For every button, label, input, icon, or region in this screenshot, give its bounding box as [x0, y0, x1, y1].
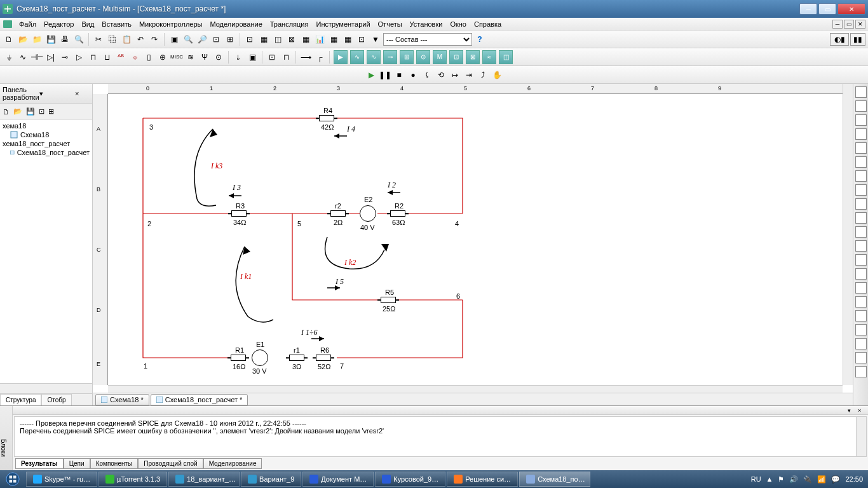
menu-tools[interactable]: Инструментарий: [312, 19, 374, 29]
mdi-close[interactable]: ✕: [855, 20, 865, 29]
cmp-conn[interactable]: ⊙: [212, 51, 225, 64]
place-junction[interactable]: ┌: [313, 51, 326, 64]
print-button[interactable]: 🖶: [58, 33, 71, 46]
tray-icon[interactable]: 🔌: [803, 475, 812, 484]
comp-R1[interactable]: [231, 355, 246, 361]
inst-4chscope[interactable]: [855, 142, 867, 154]
log-vscroll[interactable]: [856, 417, 866, 456]
probe-o[interactable]: ⊙: [416, 50, 430, 64]
place-text[interactable]: ⟶: [299, 51, 312, 64]
inst-freq[interactable]: [855, 170, 867, 182]
cmp-transistor[interactable]: ⊸: [58, 51, 71, 64]
cmp-mixer[interactable]: ⟐: [128, 51, 141, 64]
probe-y[interactable]: ≈: [482, 50, 496, 64]
comp-R4[interactable]: [319, 115, 334, 121]
tb-icon10[interactable]: ▼: [369, 33, 382, 46]
inst-multimeter[interactable]: [855, 86, 867, 98]
preview-button[interactable]: 🔍: [72, 33, 85, 46]
sim-step3[interactable]: ↦: [449, 69, 461, 81]
pt-open[interactable]: 📂: [13, 107, 22, 116]
cmp-group[interactable]: ▣: [246, 51, 259, 64]
schematic-canvas[interactable]: R4 42Ω R3 34Ω r2 2Ω E2 40 V R2 63Ω R5 25…: [108, 94, 843, 385]
open2-button[interactable]: 📁: [31, 33, 43, 46]
tb-icon7[interactable]: ▦: [327, 33, 340, 46]
sim-settings[interactable]: ✋: [491, 69, 503, 81]
minimize-button[interactable]: ─: [799, 3, 817, 15]
sim-step4[interactable]: ⇥: [463, 69, 475, 81]
design-tree[interactable]: хема18 Схема18 хема18_пост_расчет Схема1…: [0, 120, 92, 383]
menu-file[interactable]: Файл: [15, 19, 40, 29]
zoomfit-button[interactable]: ⊡: [210, 33, 222, 46]
mdi-restore[interactable]: ▭: [844, 20, 854, 29]
tray-icon[interactable]: ▲: [766, 475, 773, 483]
maximize-button[interactable]: ▭: [818, 3, 836, 15]
pt-new[interactable]: 🗋: [3, 108, 10, 116]
tb-icon2[interactable]: ▦: [257, 33, 270, 46]
cmp-cap[interactable]: ⊣⊢: [31, 51, 43, 64]
comp-r1[interactable]: [289, 355, 304, 361]
cmp-cmos[interactable]: ⊔: [100, 51, 113, 64]
tray-icon[interactable]: 🔊: [789, 475, 798, 484]
taskbar-item[interactable]: Вариант_9: [241, 471, 301, 487]
tb-icon1[interactable]: ⊡: [243, 33, 256, 46]
cmp-resistor[interactable]: ∿: [17, 51, 29, 64]
sim-step2[interactable]: ⟲: [435, 69, 447, 81]
zoomout-button[interactable]: 🔎: [196, 33, 208, 46]
menu-simulation[interactable]: Моделирование: [206, 19, 266, 29]
inst-net[interactable]: [855, 268, 867, 280]
menu-help[interactable]: Справка: [470, 19, 505, 29]
taskbar-item[interactable]: Решение си…: [447, 471, 518, 487]
inst-wordgen[interactable]: [855, 184, 867, 196]
zoomarea-button[interactable]: ⊞: [224, 33, 236, 46]
hier1[interactable]: ⊡: [266, 51, 278, 64]
probe-m[interactable]: M: [433, 50, 447, 64]
taskbar-item[interactable]: 18_вариант_…: [168, 471, 240, 487]
status-combo[interactable]: --- Состав ---: [383, 33, 472, 46]
pt-x2[interactable]: ⊞: [48, 107, 54, 116]
inst-agmm[interactable]: [855, 310, 867, 322]
doc-tab-1[interactable]: Схема18 *: [95, 394, 149, 405]
probe-v[interactable]: ∿: [367, 50, 381, 64]
copy-button[interactable]: ⿻: [106, 33, 119, 46]
tb-icon3[interactable]: ◫: [271, 33, 284, 46]
menu-view[interactable]: Вид: [78, 19, 98, 29]
hier2[interactable]: ⊓: [280, 51, 292, 64]
paste-button[interactable]: 📋: [120, 33, 133, 46]
probe-z[interactable]: ◫: [499, 50, 513, 64]
inst-agfg[interactable]: [855, 296, 867, 308]
cut-button[interactable]: ✂: [92, 33, 105, 46]
otab-nets[interactable]: Цепи: [64, 458, 90, 469]
sim-pause[interactable]: ❚❚: [379, 69, 391, 81]
sim-play[interactable]: ▶: [365, 69, 377, 81]
menu-reports[interactable]: Отчеты: [374, 19, 406, 29]
inst-probe[interactable]: [855, 366, 867, 377]
menu-window[interactable]: Окно: [446, 19, 470, 29]
cmp-misc2[interactable]: MISC: [170, 51, 183, 64]
probe-x[interactable]: ⊠: [466, 50, 480, 64]
comp-R3[interactable]: [231, 210, 247, 217]
cmp-opamp[interactable]: ▷: [72, 51, 85, 64]
comp-R6[interactable]: [316, 355, 331, 361]
pt-save[interactable]: 💾: [26, 107, 35, 116]
inst-spec[interactable]: [855, 254, 867, 266]
cmp-ground[interactable]: ⏚: [3, 51, 15, 64]
mdi-minimize[interactable]: ─: [832, 20, 843, 29]
taskbar-item[interactable]: Схема18_по…: [519, 471, 590, 487]
start-button[interactable]: [0, 470, 25, 488]
menu-transfer[interactable]: Трансляция: [266, 19, 313, 29]
tb-icon4[interactable]: ⊠: [285, 33, 298, 46]
doc-tab-2[interactable]: Схема18_пост_расчет *: [151, 394, 248, 405]
inst-agosc[interactable]: [855, 282, 867, 294]
taskbar-item[interactable]: µTorrent 3.1.3: [98, 471, 167, 487]
comp-R2[interactable]: [390, 210, 405, 217]
output-log[interactable]: ------ Проверка перечня соединений SPICE…: [14, 416, 867, 457]
tb-icon6[interactable]: 📊: [313, 33, 326, 46]
taskbar-item[interactable]: Skype™ - ru…: [26, 471, 97, 487]
inst-logic[interactable]: [855, 198, 867, 210]
zoomin-button[interactable]: 🔍: [182, 33, 194, 46]
probe-run[interactable]: ▶: [334, 50, 348, 64]
sim-switch[interactable]: ◐▮: [830, 33, 849, 46]
probe-a[interactable]: ⊸: [383, 50, 397, 64]
tray-icon[interactable]: 💬: [831, 475, 840, 484]
tray-icon[interactable]: ⚑: [778, 475, 784, 484]
